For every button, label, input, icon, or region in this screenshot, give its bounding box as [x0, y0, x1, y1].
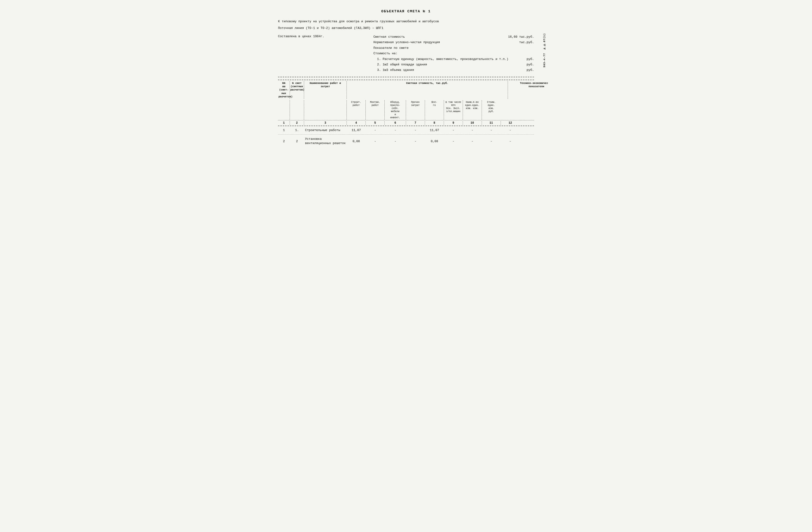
meta-row-6: 2. 1м2 общей площади здания руб. — [374, 62, 534, 67]
row1-col12: - — [501, 129, 520, 132]
col-num-4: 4 — [347, 121, 366, 125]
meta-label-2: Нормативная условно-чистая продукция — [374, 40, 509, 45]
sh-name — [304, 100, 347, 120]
row2-col8: 0,08 — [425, 139, 444, 143]
side-label: 503-4-77 д.д.87(1) — [543, 33, 546, 67]
col-num-3: 3 — [304, 121, 347, 125]
meta-value-7: руб. — [510, 67, 534, 73]
intro-line2: Поточная линия (ТО-1 и ТО-2) автомобилей… — [278, 26, 534, 31]
row1-col11: - — [482, 129, 501, 132]
meta-section: Составлена в ценах 1984г. Сметная стоимо… — [278, 34, 534, 73]
row2-col12: - — [501, 139, 520, 143]
header-cell-nn: №№шш (смет-ныхраочетов) — [278, 81, 290, 99]
col-num-1: 1 — [278, 121, 290, 125]
sh-num — [290, 100, 304, 120]
sh-nn — [278, 100, 290, 120]
meta-row-5: 1. Расчетную единицу (мощность, вместимо… — [374, 56, 534, 62]
row2-col10: - — [463, 139, 482, 143]
meta-value-1: 16,60 тыс.руб. — [508, 34, 534, 40]
meta-value-3 — [510, 45, 534, 51]
col-num-9: 9 — [444, 121, 463, 125]
meta-label-6: 2. 1м2 общей площади здания — [374, 62, 509, 67]
col-num-11: 11 — [482, 121, 501, 125]
meta-label-1: Сметная стоимость — [374, 34, 506, 40]
header-cell-name: Наименование работ изатрат — [304, 81, 347, 99]
col-num-5: 5 — [366, 121, 385, 125]
col-numbers-row: 1 2 3 4 5 6 7 8 9 10 11 12 — [278, 120, 534, 126]
row1-col10: - — [463, 129, 482, 132]
meta-right: Сметная стоимость 16,60 тыс.руб. Нормати… — [374, 34, 534, 73]
row1-col8: 11,07 — [425, 129, 444, 132]
sh-stroit: Строит.работ — [347, 100, 366, 120]
row2-nn: 2 — [278, 139, 290, 143]
row1-nn: 1 — [278, 129, 290, 132]
meta-value-4 — [510, 51, 534, 56]
row1-num: 1. — [290, 129, 304, 132]
table-row-1: 1 1. Строительные работы 11,07 - - - 11,… — [278, 126, 534, 135]
intro-line1: К типовому проекту на устройства для осм… — [278, 19, 534, 24]
meta-label-3: Показатели по смете — [374, 45, 509, 51]
meta-row-3: Показатели по смете — [374, 45, 534, 51]
meta-label-7: 3. 1м3 объема здания — [374, 67, 509, 73]
sub-header-row: Строит.работ Монтаж.работ Оборуд.приспо-… — [278, 100, 534, 120]
row2-name: Установка вентиляционных решеток — [304, 137, 347, 146]
row1-col6: - — [385, 129, 406, 132]
col-num-8: 8 — [425, 121, 444, 125]
sh-naim: Наим.К-воедин.един.изм. изм. — [463, 100, 482, 120]
page-title: ОБЪЕКТНАЯ СМЕТА № 1 — [278, 10, 534, 14]
meta-row-2: Нормативная условно-чистая продукция тыс… — [374, 40, 534, 45]
sh-nuchp: в том числе НУЧОсн. Эксп.з/пл.машин — [444, 100, 463, 120]
sh-prochih: Прочихзатрат — [406, 100, 425, 120]
separator-1 — [278, 77, 534, 77]
row2-col4: 0,08 — [347, 139, 366, 143]
sh-montazh: Монтаж.работ — [366, 100, 385, 120]
meta-row-7: 3. 1м3 объема здания руб. — [374, 67, 534, 73]
col-num-7: 7 — [406, 121, 425, 125]
header-cell-smeta-cost: Сметная стоимость, тыс.руб. — [347, 81, 508, 99]
table-container: №№шш (смет-ныхраочетов) № смет(сметныхра… — [278, 79, 534, 148]
header-cell-num: № смет(сметныхрасчетов) — [290, 81, 304, 99]
row2-num: 2 — [290, 139, 304, 143]
header-row-1: №№шш (смет-ныхраочетов) № смет(сметныхра… — [278, 79, 534, 100]
row2-col9: - — [444, 139, 463, 143]
row1-col7: - — [406, 129, 425, 132]
sh-stoim: Стоим.един.изм.руб. — [482, 100, 501, 120]
row1-col5: - — [366, 129, 385, 132]
row1-col9: - — [444, 129, 463, 132]
meta-value-5: руб. — [510, 56, 534, 62]
row2-col5: - — [366, 139, 385, 143]
meta-left: Составлена в ценах 1984г. — [278, 34, 324, 73]
row2-col7: - — [406, 139, 425, 143]
col-num-12: 12 — [501, 121, 520, 125]
row1-col4: 11,07 — [347, 129, 366, 132]
table-row-2: 2 2 Установка вентиляционных решеток 0,0… — [278, 135, 534, 148]
row2-col6: - — [385, 139, 406, 143]
meta-label-5: 1. Расчетную единицу (мощность, вместимо… — [374, 56, 509, 62]
meta-value-6: руб. — [510, 62, 534, 67]
col-num-10: 10 — [463, 121, 482, 125]
col-num-6: 6 — [385, 121, 406, 125]
col-num-2: 2 — [290, 121, 304, 125]
sh-vsego: Все-го — [425, 100, 444, 120]
header-cell-techno: Технико-экономическиепоказатели — [508, 81, 548, 99]
meta-value-2: тыс.руб. — [510, 40, 534, 45]
row1-name: Строительные работы — [304, 129, 347, 132]
meta-row-1: Сметная стоимость 16,60 тыс.руб. — [374, 34, 534, 40]
meta-row-4: Стоимость на: — [374, 51, 534, 56]
meta-left-label: Составлена в ценах 1984г. — [278, 34, 324, 38]
sh-oborud: Оборуд.приспо-собл.мебелииинвент. — [385, 100, 406, 120]
meta-label-4: Стоимость на: — [374, 51, 509, 56]
row2-col11: - — [482, 139, 501, 143]
